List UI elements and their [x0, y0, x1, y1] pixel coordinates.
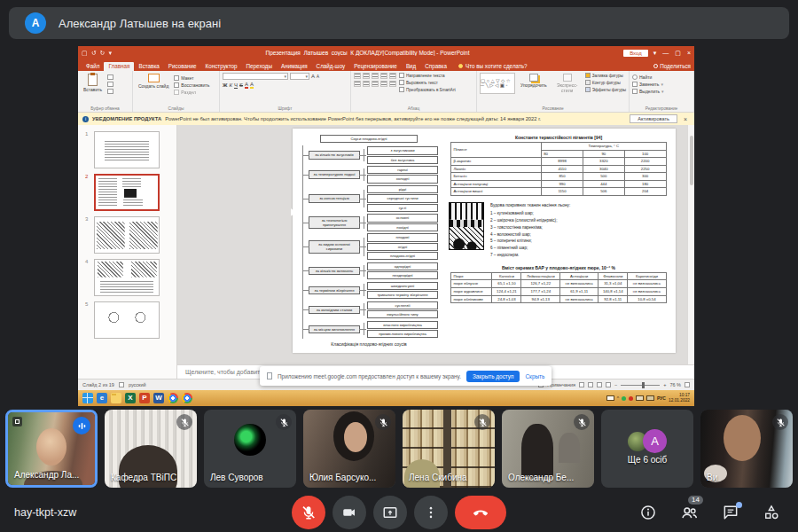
chrome-icon[interactable]	[168, 393, 178, 403]
zoom-slider[interactable]	[621, 385, 660, 386]
normal-view-icon[interactable]	[579, 382, 584, 387]
self-tile[interactable]: Ви	[700, 410, 793, 488]
grow-shrink-font-icons[interactable]: А А	[311, 73, 319, 80]
qat-dropdown-icon[interactable]: ▾	[108, 50, 112, 57]
bold-icon[interactable]: Ж	[223, 82, 227, 88]
shape-fill-button[interactable]: Заливка фигуры	[585, 73, 626, 78]
tab-help[interactable]: Справка	[420, 62, 451, 71]
internet-explorer-icon[interactable]: e	[97, 393, 107, 403]
indent-increase-icon[interactable]	[380, 73, 387, 79]
slide-scrollbar[interactable]	[687, 125, 694, 364]
network-icon[interactable]	[636, 395, 644, 401]
participant-tile-5[interactable]: Лена Скибина	[403, 410, 495, 488]
quick-styles-button[interactable]: Экспресс-стили	[552, 73, 583, 94]
overflow-tile[interactable]: A Ще 6 осіб	[601, 410, 693, 488]
start-button[interactable]	[82, 393, 93, 403]
participants-button[interactable]: 14	[680, 504, 699, 522]
thumbnail-slide-1[interactable]: 1	[78, 129, 176, 171]
reset-button[interactable]: Восстановить	[174, 82, 209, 88]
file-explorer-icon[interactable]	[111, 393, 121, 403]
align-left-icon[interactable]	[354, 81, 361, 87]
section-button[interactable]: Раздел	[174, 90, 209, 95]
tell-me-box[interactable]: Что вы хотите сделать?	[458, 63, 528, 71]
layout-button[interactable]: Макет	[174, 75, 209, 81]
participant-tile-6[interactable]: Олександр Бе...	[502, 410, 594, 488]
strikethrough-icon[interactable]: S	[239, 82, 243, 88]
close-button[interactable]: ×	[687, 50, 691, 57]
italic-icon[interactable]: К	[229, 82, 232, 88]
shape-outline-button[interactable]: Контур фигуры	[585, 80, 626, 85]
tab-home[interactable]: Главная	[104, 62, 134, 71]
indent-decrease-icon[interactable]	[372, 73, 379, 79]
system-tray[interactable]: ^ РУС 10:17 12.01.2022	[606, 393, 690, 403]
ppt-share-button[interactable]: Поделиться	[653, 63, 691, 71]
powerpoint-icon[interactable]: P	[139, 393, 150, 403]
participant-tile-1[interactable]: Александр Ла...	[5, 410, 98, 488]
keyboard-language[interactable]: РУС	[657, 395, 666, 401]
thumbnail-slide-2[interactable]: 2	[78, 171, 176, 214]
convert-smartart-button[interactable]: Преобразовать в SmartArt	[399, 87, 456, 92]
activities-button[interactable]	[763, 504, 780, 521]
participant-tile-3[interactable]: Лев Суворов	[204, 410, 296, 488]
participant-tile-2[interactable]: Кафедра ТВіПС	[105, 410, 197, 488]
shapes-gallery[interactable]: ▢ ○ △ ▽ ◇ ☆ ─ ╲ ▷ ◁ ▣ ◦	[480, 73, 515, 94]
zoom-level[interactable]: 76 %	[669, 382, 681, 387]
save-icon[interactable]: ▢	[82, 50, 88, 57]
new-slide-button[interactable]: Создать слайд	[136, 73, 171, 90]
touch-keyboard-icon[interactable]	[606, 395, 614, 401]
chrome-profile-icon[interactable]	[182, 393, 192, 403]
minimize-button[interactable]: —	[662, 50, 669, 57]
current-slide[interactable]: Соуси плодово-ягідні за кількістю загусн…	[293, 129, 676, 353]
shape-effects-button[interactable]: Эффекты фигуры	[585, 87, 626, 92]
paste-button[interactable]: Вставить	[81, 73, 105, 93]
thumbnail-slide-4[interactable]: 4	[78, 256, 176, 299]
taskbar-clock[interactable]: 10:17 12.01.2022	[669, 393, 690, 403]
cut-icon[interactable]	[107, 74, 113, 80]
restore-button[interactable]: ▢	[675, 50, 681, 57]
select-button[interactable]: Выделить ▾	[632, 89, 664, 94]
redo-icon[interactable]: ↻	[100, 50, 106, 57]
meeting-details-button[interactable]	[639, 504, 657, 521]
quick-access-toolbar[interactable]: ▢ ↺ ↻ ▾	[82, 50, 112, 57]
more-options-button[interactable]	[414, 496, 448, 529]
undo-icon[interactable]: ↺	[91, 50, 97, 57]
signin-button[interactable]: Вход	[623, 50, 648, 57]
highlight-icon[interactable]: А	[250, 82, 254, 89]
align-right-icon[interactable]	[372, 81, 379, 87]
replace-button[interactable]: Заменить ▾	[632, 82, 664, 87]
tab-animations[interactable]: Анимация	[277, 62, 312, 71]
font-format-buttons[interactable]: Ж К Ч S А А	[223, 82, 348, 89]
reading-view-icon[interactable]	[597, 382, 602, 387]
font-size-select[interactable]: ▾	[290, 73, 309, 80]
tab-draw[interactable]: Рисование	[164, 62, 201, 71]
tray-app-icon-green[interactable]	[622, 396, 626, 401]
justify-icon[interactable]	[380, 81, 387, 87]
slide-sorter-icon[interactable]	[588, 382, 593, 387]
thumbnail-slide-3[interactable]: 3	[78, 214, 176, 256]
hangup-button[interactable]	[455, 496, 506, 529]
participant-tile-4[interactable]: Юлия Барсуко...	[303, 410, 395, 488]
font-name-select[interactable]: ▾	[223, 73, 288, 80]
numbering-icon[interactable]	[363, 73, 370, 79]
present-button[interactable]	[373, 496, 407, 529]
fit-to-window-icon[interactable]	[685, 382, 690, 387]
tray-expand-icon[interactable]: ^	[617, 395, 619, 401]
activate-button[interactable]: Активировать	[630, 114, 677, 123]
word-icon[interactable]: W	[153, 393, 164, 403]
align-text-button[interactable]: Выровнять текст	[399, 80, 456, 85]
language-indicator[interactable]: русский	[129, 382, 146, 387]
tab-transitions[interactable]: Переходы	[241, 62, 277, 71]
find-button[interactable]: Найти	[632, 74, 664, 80]
text-direction-button[interactable]: Направление текста	[399, 73, 456, 78]
format-painter-icon[interactable]	[107, 89, 113, 94]
slide-thumbnail-panel[interactable]: 1 2 3 4 5	[78, 125, 177, 379]
tab-review[interactable]: Рецензирование	[349, 62, 402, 71]
tray-app-icon-red[interactable]	[629, 396, 633, 401]
hide-bar-button[interactable]: Скрыть	[525, 373, 544, 379]
tab-insert[interactable]: Вставка	[134, 62, 163, 71]
camera-button[interactable]	[332, 496, 366, 529]
excel-icon[interactable]: X	[125, 393, 136, 403]
zoom-in-icon[interactable]: +	[663, 382, 666, 387]
tab-slideshow[interactable]: Слайд-шоу	[312, 62, 350, 71]
tab-file[interactable]: Файл	[82, 62, 104, 71]
